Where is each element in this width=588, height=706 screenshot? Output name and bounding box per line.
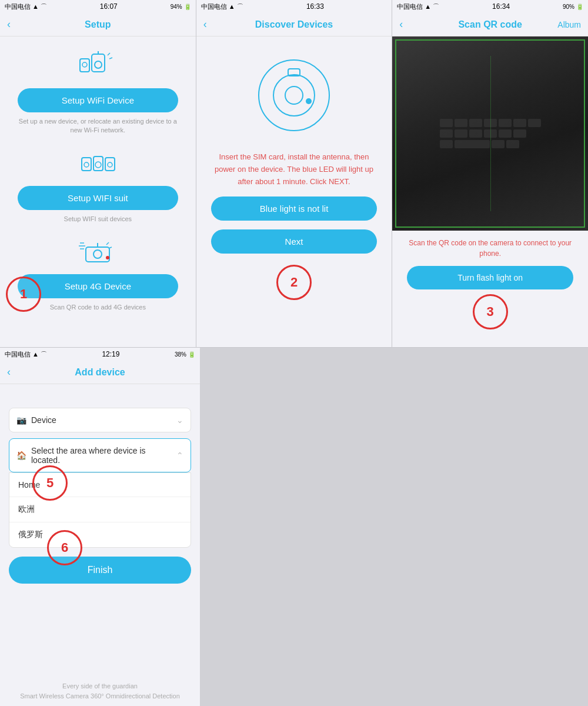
back-button-5[interactable]: ‹ [7,366,11,378]
discover-instruction: Insert the SIM card, install the antenna… [211,151,377,188]
signal-icon-2: ▲ [229,3,235,10]
setup-wifi-btn[interactable]: Setup WiFi Device [18,88,178,112]
setup-suit-btn[interactable]: Setup WIFI suit [18,186,178,210]
svg-point-22 [259,60,329,131]
nav-bar-scan: ‹ Scan QR code Album [392,13,588,36]
scan-content: Scan the QR code on the camera to connec… [392,36,588,347]
discover-camera-svg [256,57,332,134]
wifi-icon-1: ⌒ [41,2,47,11]
setup-4g-desc: Scan QR code to add 4G devices [50,303,146,312]
wifi-icon-2: ⌒ [237,2,243,11]
svg-line-4 [109,58,112,59]
svg-point-27 [306,98,312,104]
battery-icon-5: 🔋 [188,351,195,358]
scan-instruction: Scan the QR code on the camera to connec… [392,231,588,266]
screen-setup: 中国电信 ▲ ⌒ 16:07 94% 🔋 ‹ Setup [0,0,196,347]
nav-title-5: Add device [75,367,125,378]
back-button-1[interactable]: ‹ [7,18,11,31]
time-1: 16:07 [100,2,118,11]
time-3: 16:34 [492,2,510,11]
blue-light-btn[interactable]: Blue light is not lit [211,197,377,221]
wifi-icon-5: ⌒ [41,350,47,359]
carrier-5: 中国电信 [5,350,31,359]
svg-point-12 [108,162,112,167]
svg-rect-13 [86,247,109,262]
discover-camera-icon [256,57,332,134]
back-button-3[interactable]: ‹ [399,18,403,31]
wifi-suit-icon-group [77,152,118,178]
camera-view [392,36,588,231]
area-dropdown-label: Select the area where device is located. [31,446,176,465]
carrier-2: 中国电信 [201,2,227,11]
signal-icon-1: ▲ [32,3,39,10]
battery-1: 94% [171,4,182,10]
svg-point-14 [93,250,102,258]
svg-point-8 [84,162,89,167]
area-option-europe[interactable]: 欧洲 [9,497,191,522]
svg-rect-9 [93,156,103,171]
svg-point-24 [285,86,303,104]
setup-4g-btn[interactable]: Setup 4G Device [18,274,178,298]
screen-add-device: 中国电信 ▲ ⌒ 12:19 38% 🔋 ‹ Add device 📷 Devi… [0,348,200,706]
back-button-2[interactable]: ‹ [203,18,207,31]
battery-icon-3: 🔋 [576,4,583,10]
setup-content: Setup WiFi Device Set up a new device, o… [0,36,196,347]
svg-line-17 [109,247,112,248]
tagline-line1: Every side of the guardian [62,682,138,690]
signal-icon-3: ▲ [425,3,431,10]
status-bar-2: 中国电信 ▲ ⌒ 16:33 [196,0,392,13]
status-bar-1: 中国电信 ▲ ⌒ 16:07 94% 🔋 [0,0,196,13]
battery-icon-1: 🔋 [184,4,191,10]
area-dropdown[interactable]: 🏠 Select the area where device is locate… [9,438,191,472]
nav-bar-setup: ‹ Setup [0,13,196,36]
device-dropdown[interactable]: 📷 Device ⌄ [9,408,191,432]
carrier-1: 中国电信 [5,2,31,11]
status-bar-3: 中国电信 ▲ ⌒ 16:34 90% 🔋 [392,0,588,13]
setup-suit-desc: Setup WIFI suit devices [64,215,132,224]
svg-point-18 [106,256,109,259]
svg-rect-11 [105,158,115,171]
wifi-device-svg [77,48,118,81]
nav-title-3: Scan QR code [458,19,522,30]
svg-point-10 [95,162,101,168]
battery-5: 38% [175,351,186,358]
svg-rect-5 [80,59,89,72]
signal-icon-5: ▲ [32,351,39,358]
discover-content: Insert the SIM card, install the antenna… [196,36,392,347]
svg-point-1 [95,61,102,68]
nav-bar-discover: ‹ Discover Devices [196,13,392,36]
screen-discover: 中国电信 ▲ ⌒ 16:33 ‹ Discover Devices [196,0,393,347]
area-dropdown-arrow: ⌃ [176,451,183,460]
wifi-icon-3: ⌒ [433,2,439,11]
svg-point-23 [273,75,315,116]
setup-wifi-desc: Set up a new device, or relocate an exis… [18,117,178,135]
svg-rect-0 [92,54,105,72]
tagline-line2: Smart Wireless Camera 360° Omnidirection… [20,692,180,700]
battery-3: 90% [563,4,574,10]
device-dropdown-arrow: ⌄ [176,415,183,425]
carrier-3: 中国电信 [397,2,423,11]
album-btn[interactable]: Album [557,20,581,29]
4g-device-icon-group [77,240,118,267]
svg-line-3 [108,53,110,55]
nav-title-2: Discover Devices [255,19,333,30]
area-option-russia[interactable]: 俄罗斯 [9,522,191,547]
area-option-home[interactable]: Home [9,473,191,497]
time-2: 16:33 [306,2,324,11]
device-dropdown-label: Device [31,415,176,425]
area-options-list: Home 欧洲 俄罗斯 [9,472,191,548]
flash-btn[interactable]: Turn flash light on [407,266,573,289]
time-5: 12:19 [102,350,119,358]
tagline: Every side of the guardian Smart Wireles… [9,670,191,706]
wifi-suit-svg [77,152,118,178]
screen-scan-qr: 中国电信 ▲ ⌒ 16:34 90% 🔋 ‹ Scan QR code Albu… [392,0,588,347]
nav-title-1: Setup [85,19,111,30]
status-bar-5: 中国电信 ▲ ⌒ 12:19 38% 🔋 [0,348,200,361]
area-dropdown-icon: 🏠 [16,451,26,460]
next-btn[interactable]: Next [211,229,377,254]
finish-btn[interactable]: Finish [9,557,191,584]
spacer [9,384,191,408]
bottom-row: 中国电信 ▲ ⌒ 12:19 38% 🔋 ‹ Add device 📷 Devi… [0,347,588,706]
4g-device-svg [77,240,118,267]
empty-bottom-right [200,348,588,706]
